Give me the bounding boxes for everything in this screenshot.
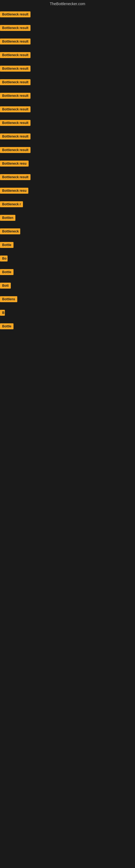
bottleneck-badge-13[interactable]: Bottleneck result xyxy=(0,174,31,180)
bottleneck-badge-11[interactable]: Bottleneck result xyxy=(0,147,31,153)
badge-row-3: Bottleneck result xyxy=(0,35,135,48)
bottleneck-badge-14[interactable]: Bottleneck resu xyxy=(0,188,28,194)
badge-row-10: Bottleneck result xyxy=(0,130,135,143)
bottleneck-badge-16[interactable]: Bottlen xyxy=(0,215,15,221)
badge-row-20: Bottle xyxy=(0,265,135,279)
bottleneck-badge-19[interactable]: Bo xyxy=(0,255,8,261)
badge-row-13: Bottleneck result xyxy=(0,170,135,184)
badge-row-17: Bottleneck xyxy=(0,225,135,238)
bottleneck-badge-21[interactable]: Bott xyxy=(0,283,11,289)
site-title: TheBottlenecker.com xyxy=(0,0,135,8)
badge-row-9: Bottleneck result xyxy=(0,116,135,130)
badge-row-4: Bottleneck result xyxy=(0,48,135,62)
bottleneck-badge-24[interactable]: Bottle xyxy=(0,323,13,329)
bottleneck-badge-5[interactable]: Bottleneck result xyxy=(0,66,31,72)
badge-row-7: Bottleneck result xyxy=(0,89,135,102)
bottleneck-badge-2[interactable]: Bottleneck result xyxy=(0,25,31,31)
badge-row-12: Bottleneck resu xyxy=(0,157,135,170)
bottleneck-badge-22[interactable]: Bottlens xyxy=(0,296,17,302)
bottleneck-badge-20[interactable]: Bottle xyxy=(0,269,13,275)
badge-row-15: Bottleneck r xyxy=(0,197,135,211)
badge-row-6: Bottleneck result xyxy=(0,75,135,89)
badge-row-16: Bottlen xyxy=(0,211,135,225)
badge-row-24: Bottle xyxy=(0,319,135,333)
badge-row-21: Bott xyxy=(0,279,135,292)
badge-row-18: Bottle xyxy=(0,238,135,252)
bottleneck-badge-1[interactable]: Bottleneck result xyxy=(0,11,31,18)
badge-row-11: Bottleneck result xyxy=(0,143,135,157)
badge-row-14: Bottleneck resu xyxy=(0,184,135,197)
bottleneck-badge-9[interactable]: Bottleneck result xyxy=(0,120,31,126)
badge-row-8: Bottleneck result xyxy=(0,102,135,116)
bottleneck-badge-18[interactable]: Bottle xyxy=(0,242,13,248)
badge-row-22: Bottlens xyxy=(0,292,135,306)
bottleneck-badge-15[interactable]: Bottleneck r xyxy=(0,201,23,207)
bottleneck-badge-3[interactable]: Bottleneck result xyxy=(0,38,31,44)
bottleneck-badge-8[interactable]: Bottleneck result xyxy=(0,106,31,112)
bottleneck-badge-7[interactable]: Bottleneck result xyxy=(0,93,31,99)
bottleneck-badge-4[interactable]: Bottleneck result xyxy=(0,52,31,58)
badge-row-2: Bottleneck result xyxy=(0,21,135,35)
bottleneck-badge-12[interactable]: Bottleneck resu xyxy=(0,161,29,166)
badges-container: Bottleneck resultBottleneck resultBottle… xyxy=(0,8,135,333)
bottleneck-badge-6[interactable]: Bottleneck result xyxy=(0,79,31,85)
bottleneck-badge-10[interactable]: Bottleneck result xyxy=(0,133,31,140)
bottleneck-badge-23[interactable]: B xyxy=(0,310,5,316)
badge-row-19: Bo xyxy=(0,252,135,265)
badge-row-23: B xyxy=(0,306,135,319)
badge-row-1: Bottleneck result xyxy=(0,8,135,21)
badge-row-5: Bottleneck result xyxy=(0,62,135,75)
bottleneck-badge-17[interactable]: Bottleneck xyxy=(0,228,20,235)
